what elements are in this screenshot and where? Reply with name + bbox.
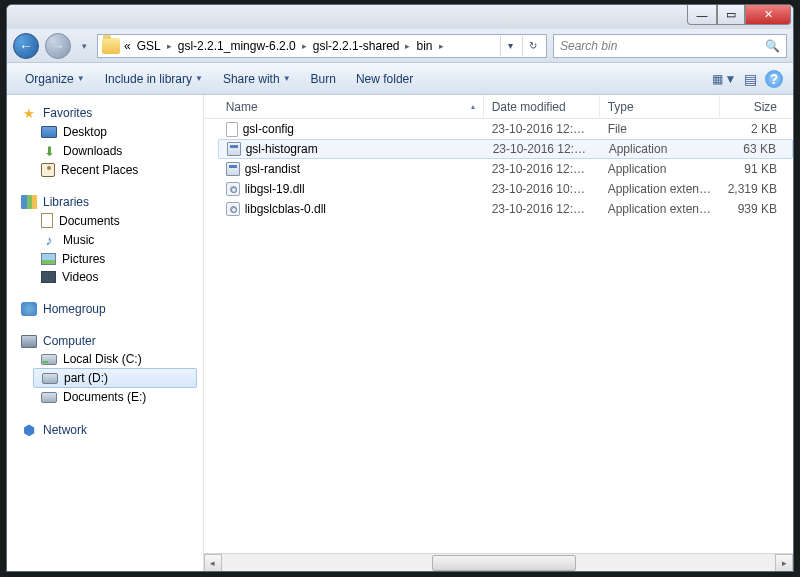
maximize-button[interactable]: ▭ xyxy=(717,5,745,25)
chevron-right-icon[interactable]: ▸ xyxy=(437,41,446,51)
application-icon xyxy=(226,162,240,176)
include-library-button[interactable]: Include in library▼ xyxy=(97,68,211,90)
file-list-pane: Name▴ Date modified Type Size gsl-config… xyxy=(204,95,793,571)
breadcrumb-item[interactable]: bin xyxy=(414,39,434,53)
chevron-right-icon[interactable]: ▸ xyxy=(403,41,412,51)
forward-button[interactable]: → xyxy=(45,33,71,59)
column-size[interactable]: Size xyxy=(720,95,793,118)
file-row[interactable]: gsl-randist 23-10-2016 12:28 ...Applicat… xyxy=(218,159,793,179)
file-row[interactable]: gsl-histogram 23-10-2016 12:28 ...Applic… xyxy=(218,139,793,159)
homegroup-header[interactable]: Homegroup xyxy=(7,300,203,318)
scroll-thumb[interactable] xyxy=(432,555,576,571)
application-icon xyxy=(227,142,241,156)
sort-arrow-icon: ▴ xyxy=(471,102,475,111)
back-button[interactable]: ← xyxy=(13,33,39,59)
minimize-button[interactable]: — xyxy=(687,5,717,25)
share-button[interactable]: Share with▼ xyxy=(215,68,299,90)
preview-pane-button[interactable]: ▤ xyxy=(739,68,761,90)
sidebar-item-music[interactable]: ♪Music xyxy=(7,230,203,250)
sidebar-item-videos[interactable]: Videos xyxy=(7,268,203,286)
dll-icon xyxy=(226,182,240,196)
breadcrumb-prefix: « xyxy=(122,39,133,53)
content-area: ★Favorites Desktop ⬇Downloads Recent Pla… xyxy=(7,95,793,571)
computer-header[interactable]: Computer xyxy=(7,332,203,350)
search-input[interactable]: Search bin 🔍 xyxy=(553,34,787,58)
breadcrumb-item[interactable]: gsl-2.2.1-shared xyxy=(311,39,402,53)
file-list: gsl-config 23-10-2016 12:28 ...File2 KB … xyxy=(204,119,793,553)
column-name[interactable]: Name▴ xyxy=(218,95,484,118)
breadcrumb-item[interactable]: gsl-2.2.1_mingw-6.2.0 xyxy=(176,39,298,53)
scroll-track[interactable] xyxy=(222,554,775,572)
address-dropdown[interactable]: ▾ xyxy=(500,36,520,56)
sidebar-item-docs-e[interactable]: Documents (E:) xyxy=(7,388,203,406)
view-options-button[interactable]: ▦▼ xyxy=(713,68,735,90)
column-headers: Name▴ Date modified Type Size xyxy=(204,95,793,119)
sidebar-item-pictures[interactable]: Pictures xyxy=(7,250,203,268)
file-row[interactable]: libgslcblas-0.dll 23-10-2016 12:24 ...Ap… xyxy=(218,199,793,219)
help-button[interactable]: ? xyxy=(765,70,783,88)
search-placeholder: Search bin xyxy=(560,39,617,53)
sidebar-item-desktop[interactable]: Desktop xyxy=(7,123,203,141)
sidebar-item-downloads[interactable]: ⬇Downloads xyxy=(7,141,203,161)
chevron-right-icon[interactable]: ▸ xyxy=(300,41,309,51)
scroll-left-button[interactable]: ◂ xyxy=(204,554,222,572)
sidebar-item-part-d[interactable]: part (D:) xyxy=(33,368,197,388)
horizontal-scrollbar[interactable]: ◂ ▸ xyxy=(204,553,793,571)
column-type[interactable]: Type xyxy=(600,95,720,118)
file-row[interactable]: libgsl-19.dll 23-10-2016 10:32 ...Applic… xyxy=(218,179,793,199)
file-row[interactable]: gsl-config 23-10-2016 12:28 ...File2 KB xyxy=(218,119,793,139)
breadcrumb-item[interactable]: GSL xyxy=(135,39,163,53)
address-bar[interactable]: « GSL ▸ gsl-2.2.1_mingw-6.2.0 ▸ gsl-2.2.… xyxy=(97,34,547,58)
sidebar-item-local-c[interactable]: Local Disk (C:) xyxy=(7,350,203,368)
file-icon xyxy=(226,122,238,137)
explorer-window: — ▭ ✕ ← → ▾ « GSL ▸ gsl-2.2.1_mingw-6.2.… xyxy=(6,4,794,572)
dll-icon xyxy=(226,202,240,216)
close-button[interactable]: ✕ xyxy=(745,5,791,25)
sidebar-item-documents[interactable]: Documents xyxy=(7,211,203,230)
nav-bar: ← → ▾ « GSL ▸ gsl-2.2.1_mingw-6.2.0 ▸ gs… xyxy=(7,29,793,63)
burn-button[interactable]: Burn xyxy=(303,68,344,90)
toolbar: Organize▼ Include in library▼ Share with… xyxy=(7,63,793,95)
column-date[interactable]: Date modified xyxy=(484,95,600,118)
nav-history-dropdown[interactable]: ▾ xyxy=(77,37,91,55)
new-folder-button[interactable]: New folder xyxy=(348,68,421,90)
libraries-header[interactable]: Libraries xyxy=(7,193,203,211)
scroll-right-button[interactable]: ▸ xyxy=(775,554,793,572)
refresh-button[interactable]: ↻ xyxy=(522,36,542,56)
sidebar-item-recent[interactable]: Recent Places xyxy=(7,161,203,179)
favorites-header[interactable]: ★Favorites xyxy=(7,103,203,123)
navigation-pane: ★Favorites Desktop ⬇Downloads Recent Pla… xyxy=(7,95,204,571)
chevron-right-icon[interactable]: ▸ xyxy=(165,41,174,51)
network-header[interactable]: ⬢Network xyxy=(7,420,203,440)
search-icon: 🔍 xyxy=(765,39,780,53)
titlebar: — ▭ ✕ xyxy=(7,5,793,29)
organize-button[interactable]: Organize▼ xyxy=(17,68,93,90)
folder-icon xyxy=(102,38,120,54)
